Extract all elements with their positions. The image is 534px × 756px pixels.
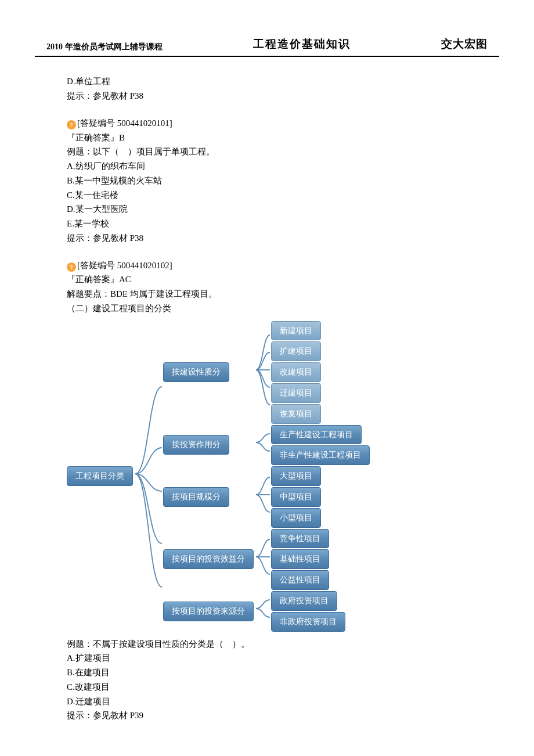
option-b: B.某一中型规模的火车站	[67, 174, 467, 188]
question-stem: 例题：以下（ ）项目属于单项工程。	[67, 145, 467, 159]
answer-label: 『正确答案』AC	[67, 272, 467, 287]
qid-label: [答疑编号 500441020102]	[77, 261, 172, 270]
qid-label: [答疑编号 500441020101]	[77, 118, 172, 128]
page-header: 2010 年造价员考试网上辅导课程 工程造价基础知识 交大宏图	[35, 35, 499, 57]
question-icon: ?	[67, 262, 76, 272]
option-a: A.扩建项目	[67, 651, 467, 665]
question-stem: 例题：不属于按建设项目性质的分类是（ ）。	[67, 637, 467, 651]
document-body: D.单位工程 提示：参见教材 P38 ?[答疑编号 500441020101] …	[0, 74, 534, 723]
tree-leaf: 非政府投资项目	[271, 612, 345, 632]
tree-leaf: 扩建项目	[271, 341, 321, 361]
tree-leaf: 非生产性建设工程项目	[271, 445, 370, 465]
tree-leaf: 小型项目	[271, 508, 321, 528]
tree-leaf: 竞争性项目	[271, 529, 329, 549]
option-d: D.迁建项目	[67, 694, 467, 709]
hint-text: 提示：参见教材 P39	[67, 708, 467, 723]
tree-branch: 按投资作用分	[163, 435, 229, 455]
hint-text: 提示：参见教材 P38	[67, 231, 467, 246]
tree-leaf: 迁建项目	[271, 383, 321, 403]
tree-root: 工程项目分类	[67, 466, 133, 486]
answer-label: 『正确答案』B	[67, 131, 467, 145]
tree-branch: 按项目的投资效益分	[163, 549, 254, 569]
option-c: C.改建项目	[67, 680, 467, 694]
tree-leaf: 生产性建设工程项目	[271, 425, 362, 445]
tree-leaf: 基础性项目	[271, 549, 329, 569]
course-title: 2010 年造价员考试网上辅导课程	[46, 40, 163, 54]
tree-leaf: 恢复项目	[271, 404, 321, 424]
explanation: 解题要点：BDE 均属于建设工程项目。	[67, 287, 467, 301]
tree-leaf: 改建项目	[271, 362, 321, 382]
tree-leaf: 中型项目	[271, 487, 321, 507]
subject-title: 工程造价基础知识	[253, 35, 351, 53]
option-a: A.纺织厂的织布车间	[67, 159, 467, 174]
tree-leaf: 新建项目	[271, 321, 321, 341]
option-b: B.在建项目	[67, 665, 467, 680]
tree-branch: 按建设性质分	[163, 362, 229, 382]
option-c: C.某一住宅楼	[67, 188, 467, 203]
tree-leaf: 公益性项目	[271, 570, 329, 590]
section-heading: （二）建设工程项目的分类	[67, 301, 467, 316]
brand-name: 交大宏图	[441, 35, 488, 53]
tree-branch: 按项目规模分	[163, 487, 229, 507]
tree-branch: 按项目的投资来源分	[163, 602, 254, 621]
tree-leaf: 大型项目	[271, 466, 321, 486]
classification-tree: 工程项目分类 按建设性质分 新建项目扩建项目改建项目迁建项目恢复项目 按投资作用…	[67, 321, 467, 632]
option-d: D.单位工程	[67, 74, 467, 89]
tree-leaf: 政府投资项目	[271, 591, 337, 611]
option-d: D.某一大型医院	[67, 202, 467, 217]
question-icon: ?	[67, 120, 76, 129]
option-e: E.某一学校	[67, 217, 467, 231]
hint-text: 提示：参见教材 P38	[67, 89, 467, 103]
